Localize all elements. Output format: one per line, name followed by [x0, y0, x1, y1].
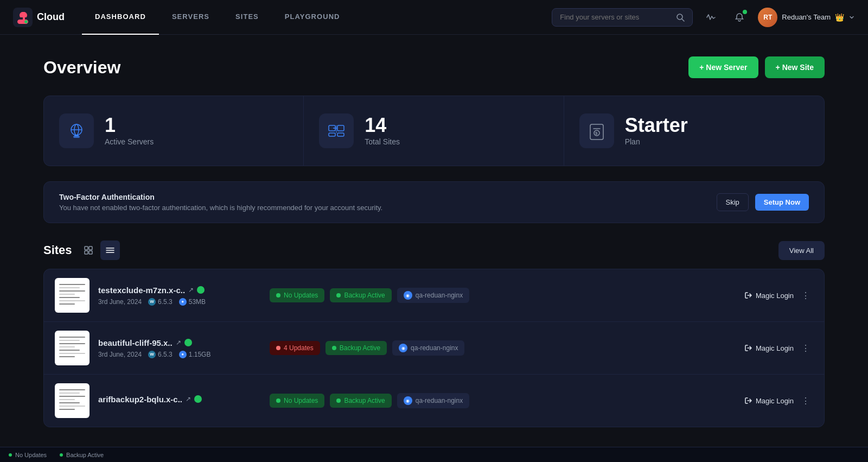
wp-icon: W	[148, 351, 156, 358]
new-server-button[interactable]: + New Server	[688, 56, 758, 78]
db-icon: ●	[179, 351, 187, 358]
external-link-icon[interactable]: ↗	[186, 395, 191, 403]
server-badge: ◉ qa-reduan-nginx	[397, 288, 469, 303]
view-toggle	[79, 241, 120, 260]
site-badges: No Updates Backup Active ◉ qa-reduan-ngi…	[270, 288, 736, 303]
nav-right: RT Reduan's Team 👑	[552, 8, 855, 27]
site-status-indicator	[197, 286, 205, 294]
twofa-title: Two-Factor Authentication	[59, 193, 382, 201]
svg-point-1	[24, 20, 28, 23]
setup-now-button[interactable]: Setup Now	[755, 194, 809, 211]
grid-view-button[interactable]	[79, 241, 98, 260]
grid-icon	[84, 246, 93, 255]
main-content: Overview + New Server + New Site 1 Activ…	[0, 35, 868, 449]
new-site-button[interactable]: + New Site	[765, 56, 825, 78]
site-thumbnail	[55, 278, 90, 313]
nav-logo[interactable]: Cloud	[13, 8, 65, 27]
more-options-button[interactable]: ⋮	[798, 288, 813, 303]
search-bar[interactable]	[552, 8, 693, 27]
navbar: Cloud DASHBOARD SERVERS SITES PLAYGROUND	[0, 0, 868, 35]
svg-rect-20	[89, 246, 92, 250]
svg-rect-22	[89, 251, 92, 254]
nav-links: DASHBOARD SERVERS SITES PLAYGROUND	[82, 0, 552, 35]
server-globe-icon	[66, 120, 87, 142]
activity-icon-btn[interactable]	[701, 8, 721, 27]
site-name: arifbackup2-bqlu.x-c..	[98, 395, 182, 404]
stats-grid: 1 Active Servers 14 Total Sites	[43, 96, 825, 166]
site-db-size: ● 1.15GB	[179, 351, 211, 358]
table-row: testexclude-m7zn.x-c.. ↗ 3rd June, 2024 …	[44, 269, 824, 322]
server-icon: ◉	[399, 344, 407, 352]
nav-servers[interactable]: SERVERS	[159, 0, 222, 35]
page-title: Overview	[43, 58, 120, 78]
status-no-updates: No Updates	[9, 452, 47, 458]
site-badges: No Updates Backup Active ◉ qa-reduan-ngi…	[270, 393, 736, 408]
stat-label-sites: Total Sites	[365, 137, 400, 146]
stat-number-sites: 14	[365, 116, 400, 135]
billing-icon: $	[586, 120, 608, 142]
sites-icon-container	[319, 113, 354, 148]
nav-sites[interactable]: SITES	[222, 0, 272, 35]
svg-text:$: $	[595, 131, 598, 136]
avatar: RT	[758, 8, 777, 27]
site-info: testexclude-m7zn.x-c.. ↗ 3rd June, 2024 …	[98, 286, 261, 306]
header-actions: + New Server + New Site	[688, 56, 825, 78]
logo-text: Cloud	[37, 11, 65, 23]
crown-icon: 👑	[835, 13, 844, 22]
login-icon	[745, 397, 752, 404]
more-options-button[interactable]: ⋮	[798, 340, 813, 356]
twofa-actions: Skip Setup Now	[717, 193, 809, 211]
sites-icon	[326, 120, 347, 142]
status-dot	[60, 453, 63, 457]
chevron-down-icon	[848, 14, 855, 21]
site-info: beautiful-cliff-95.x.. ↗ 3rd June, 2024 …	[98, 338, 261, 358]
server-icon: ◉	[404, 396, 412, 405]
site-meta: 3rd June, 2024 W 6.5.3 ● 1.15GB	[98, 351, 261, 358]
user-menu[interactable]: RT Reduan's Team 👑	[758, 8, 855, 27]
stat-info-sites: 14 Total Sites	[365, 116, 400, 146]
server-badge: ◉ qa-reduan-nginx	[392, 340, 464, 356]
stat-label-servers: Active Servers	[105, 137, 154, 146]
site-db-size: ● 53MB	[179, 298, 206, 306]
billing-icon-container: $	[579, 113, 614, 148]
view-all-button[interactable]: View All	[778, 241, 825, 260]
page-header: Overview + New Server + New Site	[43, 56, 825, 78]
list-view-button[interactable]	[100, 241, 120, 260]
stat-number-servers: 1	[105, 116, 154, 135]
notification-dot	[743, 10, 747, 14]
external-link-icon[interactable]: ↗	[176, 339, 181, 346]
site-badges: 4 Updates Backup Active ◉ qa-reduan-ngin…	[270, 340, 736, 356]
notification-icon-btn[interactable]	[730, 8, 749, 27]
sites-title: Sites	[43, 243, 72, 257]
badge-dot	[276, 346, 280, 350]
server-badge: ◉ qa-reduan-nginx	[397, 393, 469, 408]
search-input[interactable]	[560, 13, 672, 21]
skip-button[interactable]: Skip	[717, 193, 749, 211]
sites-header-left: Sites	[43, 241, 120, 260]
external-link-icon[interactable]: ↗	[188, 286, 194, 294]
magic-login-button[interactable]: Magic Login	[745, 344, 794, 352]
site-actions: Magic Login ⋮	[745, 288, 813, 303]
nav-dashboard[interactable]: DASHBOARD	[82, 0, 159, 35]
badge-dot	[276, 398, 280, 403]
site-wp-version: W 6.5.3	[148, 298, 173, 306]
site-thumbnail	[55, 383, 90, 418]
stat-info-servers: 1 Active Servers	[105, 116, 154, 146]
magic-login-button[interactable]: Magic Login	[745, 292, 794, 300]
svg-line-3	[682, 19, 684, 21]
stat-plan-label: Plan	[625, 137, 688, 146]
search-icon	[676, 13, 685, 22]
svg-rect-8	[74, 135, 79, 136]
site-date: 3rd June, 2024	[98, 351, 142, 358]
site-date: 3rd June, 2024	[98, 298, 142, 306]
nav-playground[interactable]: PLAYGROUND	[272, 0, 353, 35]
db-icon: ●	[179, 298, 187, 306]
backup-active-badge: Backup Active	[330, 394, 391, 408]
site-actions: Magic Login ⋮	[745, 340, 813, 356]
magic-login-button[interactable]: Magic Login	[745, 397, 794, 405]
svg-rect-12	[337, 133, 344, 136]
more-options-button[interactable]: ⋮	[798, 393, 813, 408]
site-thumbnail	[55, 331, 90, 365]
site-info: arifbackup2-bqlu.x-c.. ↗	[98, 395, 261, 407]
svg-rect-21	[85, 251, 88, 254]
